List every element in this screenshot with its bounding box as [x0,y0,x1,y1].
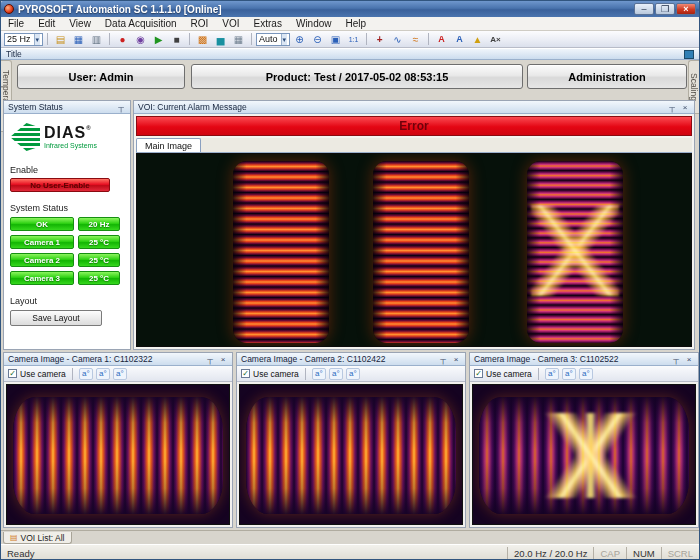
menu-edit[interactable]: Edit [31,17,62,30]
temp-label-icon[interactable]: a° [545,368,559,380]
isotherm-icon[interactable]: ≈ [407,32,424,46]
snapshot-icon[interactable]: ◉ [132,32,149,46]
close-button[interactable]: × [676,3,696,15]
temp-label-icon[interactable]: a° [79,368,93,380]
alarm-icon[interactable]: ▲ [469,32,486,46]
zoom-combo[interactable]: Auto ▾ [256,33,290,46]
product-button[interactable]: Product: Test / 2017-05-02 08:53:15 [191,64,523,89]
system-status-panel: System Status ┬ DIAS® Infrared Systems E… [3,100,131,350]
status-camera3-indicator: Camera 3 [10,271,74,285]
use-camera-label: Use camera [20,369,66,379]
text-blue-icon[interactable]: A [451,32,468,46]
profile-icon[interactable]: ∿ [389,32,406,46]
zoom-fit-icon[interactable]: ▣ [327,32,344,46]
toolbar-separator [538,368,539,380]
main-image-canvas[interactable] [136,153,692,347]
use-camera-checkbox[interactable]: ✓ Use camera [8,369,66,379]
save-layout-button[interactable]: Save Layout [10,310,102,326]
print-icon[interactable]: ▥ [88,32,105,46]
frequency-combo[interactable]: 25 Hz ▾ [4,33,43,46]
zoom-out-icon[interactable]: ⊖ [309,32,326,46]
menu-window[interactable]: Window [289,17,339,30]
use-camera-checkbox[interactable]: ✓ Use camera [474,369,532,379]
window-controls: – ❒ × [634,3,696,15]
dock-icon[interactable] [684,50,694,59]
close-icon[interactable]: × [680,103,690,112]
annotation-off-icon[interactable]: A× [487,32,504,46]
use-camera-label: Use camera [253,369,299,379]
stop-icon[interactable]: ■ [168,32,185,46]
camera1-toolbar: ✓ Use camera a° a° a° [4,366,232,382]
min-max-icon[interactable]: a° [562,368,576,380]
no-user-enable-button[interactable]: No User-Enable [10,178,110,192]
camera3-image-canvas[interactable] [472,384,696,525]
menubar: File Edit View Data Acquisition ROI VOI … [1,17,699,31]
pin-icon[interactable]: ┬ [205,355,215,364]
system-status-panel-header: System Status ┬ [4,101,130,114]
crosshair-icon[interactable]: + [371,32,388,46]
tab-main-image[interactable]: Main Image [136,138,201,152]
min-max-icon[interactable]: a° [96,368,110,380]
pin-icon[interactable]: ┬ [116,103,126,112]
pin-icon[interactable]: ┬ [671,355,681,364]
camera2-image-canvas[interactable] [239,384,463,525]
menu-help[interactable]: Help [339,17,374,30]
close-icon[interactable]: × [451,355,461,364]
titlebar: PYROSOFT Automation SC 1.1.1.0 [Online] … [1,1,699,17]
close-icon[interactable]: × [684,355,694,364]
open-icon[interactable]: ▤ [52,32,69,46]
frequency-value: 25 Hz [7,34,31,44]
tab-voi-list[interactable]: ▤ VOI List: All [3,532,72,544]
checkbox-check-icon: ✓ [241,369,250,378]
temp-label-icon[interactable]: a° [312,368,326,380]
zoom-in-icon[interactable]: ⊕ [291,32,308,46]
status-cap: CAP [593,547,626,560]
record-icon[interactable]: ● [114,32,131,46]
pin-icon[interactable]: ┬ [438,355,448,364]
thermal-coil-3 [527,161,623,343]
voi-panel-title: VOI: Current Alarm Message [138,102,247,112]
save-icon[interactable]: ▦ [70,32,87,46]
camera3-panel-header: Camera Image - Camera 3: C1102522 ┬ × [470,353,698,366]
toolbar-separator [47,33,48,45]
menu-voi[interactable]: VOI [215,17,246,30]
camera2-toolbar: ✓ Use camera a° a° a° [237,366,465,382]
layout-label: Layout [10,296,124,306]
menu-data-acquisition[interactable]: Data Acquisition [98,17,184,30]
use-camera-checkbox[interactable]: ✓ Use camera [241,369,299,379]
status-num: NUM [626,547,661,560]
camera-panel-2: Camera Image - Camera 2: C1102422 ┬ × ✓ … [236,352,466,528]
toolbar-separator [366,33,367,45]
app-icon [4,4,14,14]
camera1-image-canvas[interactable] [6,384,230,525]
autoscale-icon[interactable]: a° [113,368,127,380]
text-red-icon[interactable]: A [433,32,450,46]
play-icon[interactable]: ▶ [150,32,167,46]
maximize-button[interactable]: ❒ [655,3,675,15]
menu-roi[interactable]: ROI [184,17,216,30]
title-dock-header: Title [1,48,699,60]
user-button[interactable]: User: Admin [17,64,185,89]
camera3-panel-title: Camera Image - Camera 3: C1102522 [474,354,618,364]
voi-list-icon: ▤ [10,533,18,542]
administration-button[interactable]: Administration [527,64,687,89]
grid-icon[interactable]: ▦ [230,32,247,46]
menu-view[interactable]: View [62,17,98,30]
menu-extras[interactable]: Extras [247,17,289,30]
status-camera2-temp: 25 °C [78,253,120,267]
menu-file[interactable]: File [1,17,31,30]
autoscale-icon[interactable]: a° [346,368,360,380]
close-icon[interactable]: × [218,355,228,364]
pin-icon[interactable]: ┬ [667,103,677,112]
zoom-100-icon[interactable]: 1:1 [345,32,362,46]
toolbar-separator [251,33,252,45]
min-max-icon[interactable]: a° [329,368,343,380]
palette-icon[interactable]: ▩ [194,32,211,46]
dias-logo-subtitle: Infrared Systems [44,142,97,149]
status-frequency: 20.0 Hz / 20.0 Hz [507,547,593,560]
status-grid: OK 20 Hz Camera 1 25 °C Camera 2 25 °C C… [10,217,124,285]
autoscale-icon[interactable]: a° [579,368,593,380]
minimize-button[interactable]: – [634,3,654,15]
camera1-panel-title: Camera Image - Camera 1: C1102322 [8,354,152,364]
histogram-icon[interactable]: ▅ [212,32,229,46]
